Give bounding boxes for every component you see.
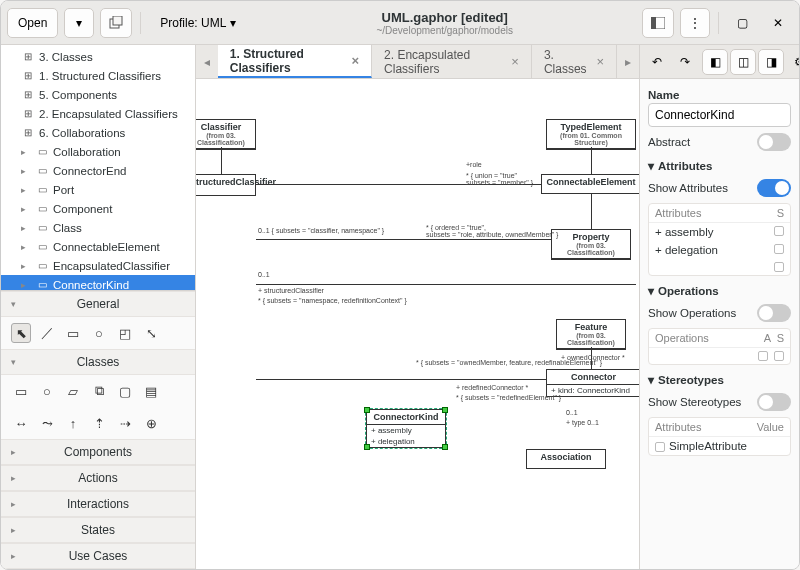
show-stereotypes-toggle[interactable]: [757, 393, 791, 411]
tree-item[interactable]: ▸▭Port: [1, 180, 195, 199]
composite-tool[interactable]: ⧉: [89, 381, 109, 401]
comment-tool[interactable]: ◰: [115, 323, 135, 343]
show-attributes-toggle[interactable]: [757, 179, 791, 197]
tab-close-icon[interactable]: ×: [351, 53, 359, 68]
uml-class[interactable]: Connector+ kind: ConnectorKind: [546, 369, 639, 397]
uml-class[interactable]: Association: [526, 449, 606, 469]
main-menu-button[interactable]: ⋮: [680, 8, 710, 38]
maximize-button[interactable]: ▢: [727, 8, 757, 38]
list-item[interactable]: SimpleAttribute: [649, 437, 790, 455]
caret-icon[interactable]: ▸: [21, 280, 31, 290]
toolbox-section-classes[interactable]: ▾Classes: [1, 349, 195, 375]
tree-item[interactable]: ▸▭Class: [1, 218, 195, 237]
tree-item[interactable]: ▸▭ConnectableElement: [1, 237, 195, 256]
static-checkbox[interactable]: [774, 262, 784, 272]
line-tool[interactable]: ／: [37, 323, 57, 343]
dependency-tool[interactable]: ⤳: [37, 413, 57, 433]
redo-button[interactable]: ↷: [672, 49, 698, 75]
toolbox-section[interactable]: ▸Actions: [1, 465, 195, 491]
sidebar-left-toggle[interactable]: [642, 8, 674, 38]
tree-item[interactable]: ⊞5. Components: [1, 85, 195, 104]
box-tool[interactable]: ▭: [63, 323, 83, 343]
toolbox-section[interactable]: ▸States: [1, 517, 195, 543]
comment-line-tool[interactable]: ⤡: [141, 323, 161, 343]
tree-item-selected[interactable]: ▸▭ConnectorKind: [1, 275, 195, 290]
list-item-empty[interactable]: [649, 259, 790, 275]
uml-class[interactable]: Classifier(from 03. Classification): [196, 119, 256, 150]
tab-scroll-left[interactable]: ◂: [196, 45, 218, 78]
caret-icon[interactable]: ▸: [21, 242, 31, 252]
import-tool[interactable]: ⇢: [115, 413, 135, 433]
uml-class[interactable]: Property(from 03. Classification): [551, 229, 631, 260]
open-button[interactable]: Open: [7, 8, 58, 38]
tree-item[interactable]: ⊞1. Structured Classifiers: [1, 66, 195, 85]
operations-section[interactable]: ▾Operations: [648, 284, 791, 298]
caret-icon[interactable]: ▸: [21, 166, 31, 176]
tree-item[interactable]: ⊞2. Encapsulated Classifiers: [1, 104, 195, 123]
caret-icon[interactable]: ▸: [21, 147, 31, 157]
containment-tool[interactable]: ⊕: [141, 413, 161, 433]
tree-item[interactable]: ⊞6. Collaborations: [1, 123, 195, 142]
open-recent-dropdown[interactable]: ▾: [64, 8, 94, 38]
new-diagram-button[interactable]: [100, 8, 132, 38]
show-operations-toggle[interactable]: [757, 304, 791, 322]
tab[interactable]: 1. Structured Classifiers×: [218, 45, 372, 78]
ellipse-tool[interactable]: ○: [89, 323, 109, 343]
pointer-tool[interactable]: ⬉: [11, 323, 31, 343]
resize-handle[interactable]: [364, 444, 370, 450]
tab-close-icon[interactable]: ×: [597, 54, 605, 69]
static-checkbox[interactable]: [774, 226, 784, 236]
list-item[interactable]: + assembly: [649, 223, 790, 241]
uml-class[interactable]: TypedElement(from 01. Common Structure): [546, 119, 636, 150]
package-tool[interactable]: ▱: [63, 381, 83, 401]
close-button[interactable]: ✕: [763, 8, 793, 38]
abstract-toggle[interactable]: [757, 133, 791, 151]
resize-handle[interactable]: [364, 407, 370, 413]
tree-item[interactable]: ⊞3. Classes: [1, 47, 195, 66]
stereotypes-section[interactable]: ▾Stereotypes: [648, 373, 791, 387]
toolbox-section[interactable]: ▸Interactions: [1, 491, 195, 517]
datatype-tool[interactable]: ▢: [115, 381, 135, 401]
tree-item[interactable]: ▸▭ConnectorEnd: [1, 161, 195, 180]
attributes-section[interactable]: ▾Attributes: [648, 159, 791, 173]
toolbox-section[interactable]: ▸Components: [1, 439, 195, 465]
uml-class[interactable]: Feature(from 03. Classification): [556, 319, 626, 350]
tree-item[interactable]: ▸▭EncapsulatedClassifier: [1, 256, 195, 275]
generalization-tool[interactable]: ↑: [63, 413, 83, 433]
association-tool[interactable]: ↔: [11, 413, 31, 433]
resize-handle[interactable]: [442, 407, 448, 413]
tree-item[interactable]: ▸▭Component: [1, 199, 195, 218]
tab[interactable]: 2. Encapsulated Classifiers×: [372, 45, 532, 78]
profile-selector[interactable]: Profile: UML ▾: [149, 8, 247, 38]
caret-icon[interactable]: ▸: [21, 185, 31, 195]
list-item-empty[interactable]: [649, 348, 790, 364]
stereotype-checkbox[interactable]: [655, 442, 665, 452]
toolbox-section[interactable]: ▸Use Cases: [1, 543, 195, 569]
caret-icon[interactable]: ▸: [21, 223, 31, 233]
tree-item[interactable]: ▸▭Collaboration: [1, 142, 195, 161]
class-tool[interactable]: ▭: [11, 381, 31, 401]
static-checkbox[interactable]: [774, 244, 784, 254]
realization-tool[interactable]: ⇡: [89, 413, 109, 433]
caret-icon[interactable]: ▸: [21, 204, 31, 214]
tab-close-icon[interactable]: ×: [511, 54, 519, 69]
uml-class-selected[interactable]: ConnectorKind + assembly + delegation: [366, 409, 446, 448]
align-left-button[interactable]: ◧: [702, 49, 728, 75]
undo-button[interactable]: ↶: [644, 49, 670, 75]
model-tree[interactable]: ⊞3. Classes ⊞1. Structured Classifiers ⊞…: [1, 45, 195, 290]
uml-class[interactable]: ConnectableElement: [541, 174, 639, 194]
static-checkbox[interactable]: [774, 351, 784, 361]
align-right-button[interactable]: ◨: [758, 49, 784, 75]
tab[interactable]: 3. Classes×: [532, 45, 617, 78]
interface-tool[interactable]: ○: [37, 381, 57, 401]
tab-scroll-right[interactable]: ▸: [617, 45, 639, 78]
resize-handle[interactable]: [442, 444, 448, 450]
enum-tool[interactable]: ▤: [141, 381, 161, 401]
diagram-canvas[interactable]: Classifier(from 03. Classification) stru…: [196, 79, 639, 569]
uml-class[interactable]: structuredClassifier: [196, 174, 256, 196]
settings-button[interactable]: ⚙: [786, 49, 799, 75]
caret-icon[interactable]: ▸: [21, 261, 31, 271]
align-center-button[interactable]: ◫: [730, 49, 756, 75]
toolbox-section-general[interactable]: ▾General: [1, 291, 195, 317]
abstract-checkbox[interactable]: [758, 351, 768, 361]
